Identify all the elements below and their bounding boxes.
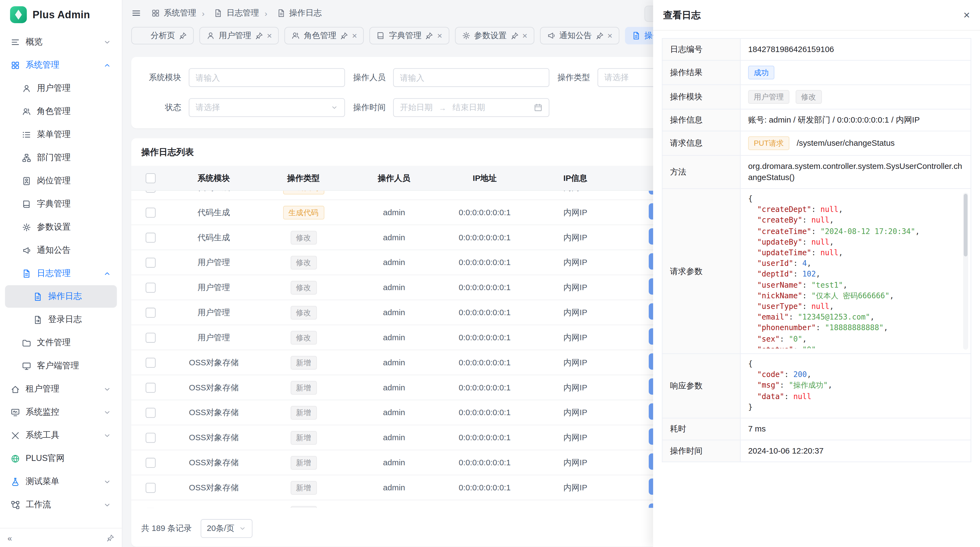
row-checkbox[interactable] — [145, 432, 156, 443]
breadcrumb-system-mgmt[interactable]: 系统管理 — [151, 8, 196, 19]
pin-icon[interactable] — [255, 32, 263, 40]
sidebar-item-file-mgmt[interactable]: 文件管理 — [5, 332, 117, 354]
type-badge: 修改 — [290, 330, 316, 344]
row-checkbox[interactable] — [145, 333, 156, 343]
field-label: 请求参数 — [662, 188, 740, 354]
tab-dict-mgmt[interactable]: 字典管理 — [370, 27, 449, 45]
row-checkbox[interactable] — [145, 358, 156, 368]
module-filter-input[interactable] — [189, 68, 345, 87]
close-icon[interactable] — [522, 31, 527, 40]
cell-operator: admin — [349, 500, 439, 508]
pin-icon[interactable] — [179, 32, 187, 40]
sidebar-item-dept-mgmt[interactable]: 部门管理 — [5, 146, 117, 169]
sidebar-item-tenant-mgmt[interactable]: 租户管理 — [5, 378, 117, 400]
close-icon[interactable] — [352, 31, 357, 40]
cell-operator: admin — [349, 300, 439, 325]
close-icon[interactable] — [437, 31, 442, 40]
breadcrumb-label: 系统管理 — [164, 8, 196, 19]
time-filter-label: 操作时间 — [353, 102, 385, 113]
sidebar-item-dict-mgmt[interactable]: 字典管理 — [5, 193, 117, 215]
sidebar-item-system-monitor[interactable]: 系统监控 — [5, 401, 117, 424]
chevron-icon — [103, 385, 111, 393]
tab-user-mgmt[interactable]: 用户管理 — [199, 27, 279, 45]
sidebar-item-overview[interactable]: 概览 — [5, 31, 117, 53]
menu-toggle-icon[interactable] — [131, 8, 141, 18]
col-ip: IP地址 — [439, 166, 530, 190]
status-filter-select[interactable]: 请选择 — [189, 98, 345, 117]
close-icon[interactable] — [607, 31, 612, 40]
breadcrumb-operation-log[interactable]: 操作日志 — [259, 8, 321, 19]
scrollbar-thumb[interactable] — [964, 194, 967, 257]
login-log-icon — [33, 315, 43, 324]
view-log-drawer: 查看日志 日志编号 1842781986426159106 操作结果 成功 操作… — [653, 0, 980, 547]
row-checkbox[interactable] — [145, 383, 156, 393]
sidebar-item-post-mgmt[interactable]: 岗位管理 — [5, 169, 117, 192]
post-icon — [22, 176, 31, 185]
sidebar-item-system-tools[interactable]: 系统工具 — [5, 424, 117, 447]
cell-operator: admin — [349, 325, 439, 350]
start-date-placeholder: 开始日期 — [400, 102, 432, 113]
tab-analysis[interactable]: 分析页 — [131, 27, 194, 45]
sidebar-item-plus-website[interactable]: PLUS官网 — [5, 447, 117, 470]
operator-filter-label: 操作人员 — [353, 72, 385, 83]
breadcrumb-log-mgmt[interactable]: 日志管理 — [196, 8, 259, 19]
sidebar-item-test-menu[interactable]: 测试菜单 — [5, 470, 117, 493]
close-icon[interactable] — [963, 9, 970, 21]
row-checkbox[interactable] — [145, 282, 156, 293]
chevron-icon — [103, 38, 111, 46]
chevron-icon — [103, 292, 111, 300]
sidebar-item-notice[interactable]: 通知公告 — [5, 239, 117, 262]
tab-role-mgmt[interactable]: 角色管理 — [285, 27, 364, 45]
sidebar-item-operation-log[interactable]: 操作日志 — [5, 285, 117, 308]
row-checkbox[interactable] — [145, 508, 156, 508]
type-badge: 修改 — [290, 306, 316, 319]
row-checkbox[interactable] — [145, 483, 156, 493]
pin-icon[interactable] — [425, 32, 433, 40]
row-checkbox[interactable] — [145, 408, 156, 418]
sidebar-item-param-settings[interactable]: 参数设置 — [5, 216, 117, 238]
row-checkbox[interactable] — [145, 191, 156, 192]
collapse-sidebar-button[interactable] — [8, 533, 12, 542]
sidebar-item-client-mgmt[interactable]: 客户端管理 — [5, 355, 117, 377]
sidebar-item-system-mgmt[interactable]: 系统管理 — [5, 54, 117, 76]
cell-module: OSS对象存储 — [169, 475, 258, 500]
pin-icon[interactable] — [595, 32, 603, 40]
field-label: 请求信息 — [662, 131, 740, 156]
sidebar-item-menu-mgmt[interactable]: 菜单管理 — [5, 123, 117, 146]
sidebar-item-workflow[interactable]: 工作流 — [5, 493, 117, 516]
chevron-icon — [103, 61, 111, 69]
pin-icon[interactable] — [106, 534, 115, 542]
row-checkbox[interactable] — [145, 257, 156, 268]
cell-ip: 0:0:0:0:0:0:0:1 — [439, 325, 530, 350]
row-checkbox[interactable] — [145, 207, 156, 218]
sidebar-item-login-log[interactable]: 登录日志 — [5, 308, 117, 331]
row-checkbox[interactable] — [145, 308, 156, 317]
page-size-select[interactable]: 20条/页 — [200, 519, 253, 538]
row-checkbox[interactable] — [145, 233, 156, 243]
operator-filter-input[interactable] — [393, 68, 549, 87]
cell-ip-info: 内网IP — [530, 400, 620, 425]
scrollbar[interactable] — [963, 193, 968, 349]
sidebar-item-user-mgmt[interactable]: 用户管理 — [5, 77, 117, 99]
time-range-picker[interactable]: 开始日期 结束日期 — [393, 98, 549, 117]
tab-param-settings[interactable]: 参数设置 — [455, 27, 534, 45]
user-icon — [22, 84, 31, 93]
sidebar-item-role-mgmt[interactable]: 角色管理 — [5, 100, 117, 123]
breadcrumb-icon — [151, 9, 160, 18]
menu-item-label: 通知公告 — [37, 245, 70, 256]
cell-ip-info: 内网IP — [530, 200, 620, 225]
field-request-params: 请求参数 { "createDept": null, "createBy": n… — [662, 188, 971, 354]
pin-icon[interactable] — [511, 32, 519, 40]
tab-notice[interactable]: 通知公告 — [540, 27, 619, 45]
row-checkbox[interactable] — [145, 458, 156, 468]
close-icon[interactable] — [267, 31, 272, 40]
select-all-checkbox[interactable] — [145, 173, 156, 183]
cell-ip: 0:0:0:0:0:0:0:1 — [439, 375, 530, 400]
chevron-icon — [103, 246, 111, 254]
chevron-icon — [103, 408, 111, 416]
sidebar-item-log-mgmt[interactable]: 日志管理 — [5, 262, 117, 285]
request-params-json[interactable]: { "createDept": null, "createBy": null, … — [748, 194, 963, 348]
col-module: 系统模块 — [169, 166, 258, 190]
pin-icon[interactable] — [340, 32, 348, 40]
cell-ip: 0:0:0:0:0:0:0:1 — [439, 275, 530, 300]
